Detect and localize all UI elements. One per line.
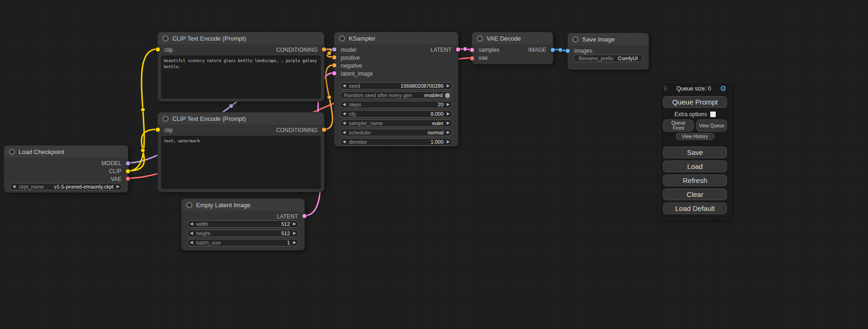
graph-canvas[interactable]: Load Checkpoint MODEL CLIP VAE ◀ ckpt_na…	[0, 0, 868, 329]
output-label-conditioning: CONDITIONING	[276, 127, 318, 133]
output-port-clip[interactable]	[126, 169, 131, 174]
node-title-bar[interactable]: KSampler	[334, 32, 458, 44]
increment-arrow-icon[interactable]: ▶	[293, 241, 296, 245]
increment-arrow-icon[interactable]: ▶	[447, 140, 450, 144]
widget-filename-prefix[interactable]: filename_prefix ComfyUI	[573, 55, 643, 62]
collapse-toggle[interactable]	[9, 149, 15, 155]
input-port-model[interactable]	[332, 47, 337, 52]
input-port-positive[interactable]	[332, 55, 337, 60]
widget-height[interactable]: ◀ height 512 ▶	[187, 230, 299, 237]
extra-options-checkbox[interactable]	[710, 112, 716, 117]
clear-button[interactable]: Clear	[663, 189, 727, 200]
decrement-arrow-icon[interactable]: ◀	[343, 140, 346, 144]
node-title-bar[interactable]: Empty Latent Image	[182, 199, 304, 211]
output-port-conditioning[interactable]	[322, 127, 327, 133]
queue-front-button[interactable]: Queue Front	[663, 119, 694, 132]
decrement-arrow-icon[interactable]: ◀	[190, 222, 193, 226]
input-port-vae[interactable]	[470, 56, 475, 61]
prompt-textarea[interactable]: beautiful scenery nature glass bottle la…	[161, 56, 321, 98]
collapse-toggle[interactable]	[572, 36, 579, 42]
output-label-model: MODEL	[101, 160, 121, 167]
node-clip-text-encode-negative[interactable]: CLIP Text Encode (Prompt) clip CONDITION…	[157, 112, 325, 192]
save-button[interactable]: Save	[663, 147, 727, 158]
widget-sampler-name[interactable]: ◀ sampler_name euler ▶	[340, 119, 452, 127]
widget-width[interactable]: ◀ width 512 ▶	[187, 220, 299, 228]
output-port-image[interactable]	[550, 48, 556, 53]
input-port-negative[interactable]	[332, 63, 337, 68]
queue-size-label: Queue size:	[677, 85, 706, 92]
node-title-bar[interactable]: CLIP Text Encode (Prompt)	[158, 32, 324, 44]
widget-steps[interactable]: ◀ steps 20 ▶	[340, 101, 452, 108]
decrement-arrow-icon[interactable]: ◀	[343, 121, 346, 125]
collapse-toggle[interactable]	[186, 202, 192, 208]
widget-seed[interactable]: ◀ seed 156680208700286 ▶	[340, 82, 452, 90]
gear-icon[interactable]: ⚙	[720, 85, 727, 92]
decrement-arrow-icon[interactable]: ◀	[13, 185, 15, 189]
widget-denoise[interactable]: ◀ denoise 1.000 ▶	[340, 138, 452, 146]
decrement-arrow-icon[interactable]: ◀	[190, 241, 193, 245]
node-clip-text-encode-positive[interactable]: CLIP Text Encode (Prompt) clip CONDITION…	[157, 32, 325, 102]
load-button[interactable]: Load	[663, 161, 727, 172]
collapse-toggle[interactable]	[339, 35, 345, 42]
refresh-button[interactable]: Refresh	[663, 175, 727, 186]
node-title-bar[interactable]: CLIP Text Encode (Prompt)	[158, 112, 324, 125]
view-queue-button[interactable]: View Queue	[696, 119, 727, 132]
output-port-latent[interactable]	[302, 214, 307, 219]
decrement-arrow-icon[interactable]: ◀	[343, 103, 346, 106]
input-label-negative: negative	[341, 63, 362, 69]
input-port-images[interactable]	[565, 49, 571, 54]
widget-random-seed-toggle[interactable]: Random seed after every gen enabled	[340, 91, 452, 99]
node-title: Empty Latent Image	[196, 202, 250, 209]
widget-batch-size[interactable]: ◀ batch_size 1 ▶	[187, 239, 299, 246]
input-port-clip[interactable]	[155, 127, 161, 133]
input-label-images: images	[574, 48, 593, 54]
decrement-arrow-icon[interactable]: ◀	[343, 112, 346, 116]
link-clip-negative	[128, 129, 157, 171]
input-port-samples[interactable]	[470, 48, 475, 53]
toggle-knob[interactable]	[445, 93, 450, 98]
output-port-latent[interactable]	[456, 47, 461, 52]
output-port-model[interactable]	[126, 161, 131, 166]
widget-cfg[interactable]: ◀ cfg 8.000 ▶	[340, 110, 452, 118]
node-title-bar[interactable]: VAE Decode	[472, 32, 553, 44]
increment-arrow-icon[interactable]: ▶	[293, 222, 296, 226]
collapse-toggle[interactable]	[162, 35, 169, 42]
input-port-latent-image[interactable]	[332, 71, 337, 76]
increment-arrow-icon[interactable]: ▶	[447, 121, 450, 125]
node-save-image[interactable]: Save Image images filename_prefix ComfyU…	[567, 33, 649, 70]
increment-arrow-icon[interactable]: ▶	[117, 185, 120, 189]
increment-arrow-icon[interactable]: ▶	[447, 112, 450, 116]
node-vae-decode[interactable]: VAE Decode samples IMAGE vae	[472, 32, 553, 64]
view-history-button[interactable]: View History	[676, 133, 715, 140]
node-title-bar[interactable]: Save Image	[568, 33, 649, 45]
collapse-toggle[interactable]	[162, 116, 169, 122]
node-load-checkpoint[interactable]: Load Checkpoint MODEL CLIP VAE ◀ ckpt_na…	[4, 145, 128, 193]
output-port-conditioning[interactable]	[322, 47, 327, 52]
increment-arrow-icon[interactable]: ▶	[447, 131, 450, 134]
prompt-textarea[interactable]: text, watermark	[161, 136, 321, 189]
decrement-arrow-icon[interactable]: ◀	[343, 84, 346, 88]
widget-ckpt-name[interactable]: ◀ ckpt_name v1-5-pruned-emaonly.ckpt ▶	[10, 183, 122, 190]
input-port-clip[interactable]	[155, 47, 161, 52]
increment-arrow-icon[interactable]: ▶	[447, 103, 450, 106]
output-port-vae[interactable]	[126, 176, 131, 182]
node-title: CLIP Text Encode (Prompt)	[172, 35, 246, 42]
increment-arrow-icon[interactable]: ▶	[447, 84, 450, 88]
node-title-bar[interactable]: Load Checkpoint	[4, 146, 128, 158]
link-midpoint-image	[558, 48, 563, 52]
decrement-arrow-icon[interactable]: ◀	[343, 131, 346, 134]
drag-handle-icon[interactable]: ⠿	[663, 85, 668, 92]
widget-label: ckpt_name	[19, 184, 44, 189]
increment-arrow-icon[interactable]: ▶	[293, 231, 296, 235]
widget-value: 156680208700286	[401, 83, 444, 89]
queue-prompt-button[interactable]: Queue Prompt	[663, 96, 727, 108]
node-ksampler[interactable]: KSampler model LATENT positive negative …	[334, 32, 459, 147]
link-midpoint-model	[229, 104, 233, 108]
node-empty-latent-image[interactable]: Empty Latent Image LATENT ◀ width 512 ▶ …	[181, 198, 305, 251]
widget-label: sampler_name	[349, 120, 383, 126]
collapse-toggle[interactable]	[477, 35, 483, 42]
widget-scheduler[interactable]: ◀ scheduler normal ▶	[340, 129, 452, 136]
decrement-arrow-icon[interactable]: ◀	[190, 231, 193, 235]
output-label-latent: LATENT	[277, 213, 298, 220]
load-default-button[interactable]: Load Default	[663, 203, 727, 214]
